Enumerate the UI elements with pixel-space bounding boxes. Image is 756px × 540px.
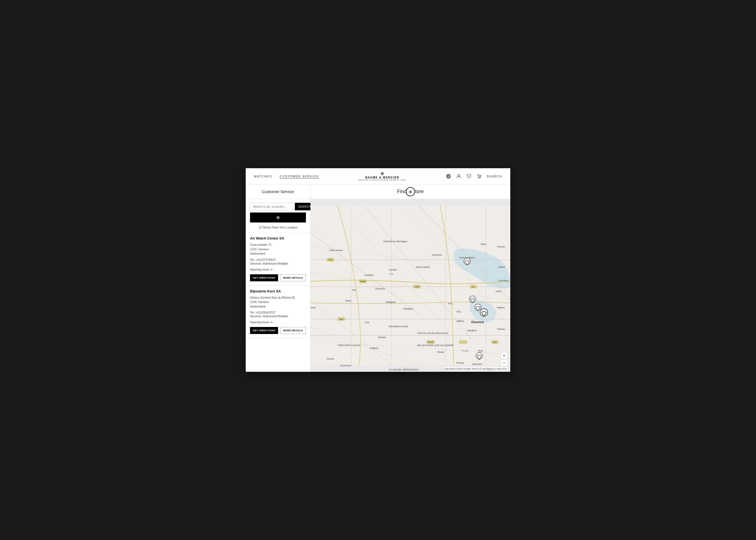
store-addr-line3-2: Switzerland <box>250 305 265 308</box>
store-addr-line3-1: Switzerland <box>250 252 265 255</box>
details-button-1[interactable]: MORE DETAILS <box>280 274 306 281</box>
search-input[interactable] <box>250 203 293 210</box>
svg-text:Poncin: Poncin <box>327 357 334 360</box>
store-name-2: Bijouterie Kurz SA <box>250 289 306 293</box>
svg-text:Nantua: Nantua <box>378 336 386 338</box>
logo-brand: BAUME & MERCIER <box>365 176 399 179</box>
heart-icon[interactable] <box>466 173 472 179</box>
directions-button-1[interactable]: GET DIRECTIONS <box>250 274 278 281</box>
top-bar: Customer Service Find a Store ⊕ <box>246 185 510 199</box>
svg-text:A40: A40 <box>415 286 419 288</box>
svg-text:Moirans-en-Montagne: Moirans-en-Montagne <box>383 240 407 243</box>
svg-text:A40: A40 <box>340 318 343 320</box>
map-zoom-controls: + − <box>501 352 508 366</box>
main-nav: WATCHES CUSTOMER SERVICE ⊕ BAUME & MERCI… <box>246 168 510 185</box>
svg-text:Seyssel: Seyssel <box>438 371 446 372</box>
sidebar-title: Customer Service <box>262 189 294 194</box>
svg-text:Lect: Lect <box>389 272 394 275</box>
svg-text:Geneva: Geneva <box>471 320 484 324</box>
map-area: A40 D1084 A40 A1 A40 Saint-Amour Moirans… <box>311 199 510 372</box>
svg-text:Thoiry: Thoiry <box>462 349 469 352</box>
svg-text:Gra...: Gra... <box>456 310 462 313</box>
map-container: A40 D1084 A40 A1 A40 Saint-Amour Moirans… <box>311 199 510 372</box>
map-svg: A40 D1084 A40 A1 A40 Saint-Amour Moirans… <box>311 199 510 372</box>
nav-left: WATCHES CUSTOMER SERVICE <box>254 175 319 178</box>
svg-text:Arinthod: Arinthod <box>364 274 374 276</box>
nav-right: SEARCH <box>445 173 502 179</box>
search-row: SEARCH <box>250 203 306 210</box>
cart-icon[interactable] <box>476 173 482 179</box>
store-name-1: Air Watch Center SA <box>250 236 306 240</box>
nav-watches[interactable]: WATCHES <box>254 175 272 178</box>
store-addr-line1-1: Case postale 71 <box>250 243 272 246</box>
svg-text:Nyon: Nyon <box>481 243 486 245</box>
zoom-in-button[interactable]: + <box>501 352 508 359</box>
search-label[interactable]: SEARCH <box>486 175 502 178</box>
svg-text:CHÂTILLON-EN-MICHAILLE: CHÂTILLON-EN-MICHAILLE <box>417 332 449 335</box>
sidebar-header: Customer Service <box>246 185 311 199</box>
svg-point-6 <box>479 177 479 178</box>
store-hours-2[interactable]: Opening hours + <box>250 320 306 324</box>
svg-text:Montréal-la-Cluse: Montréal-la-Cluse <box>389 325 408 328</box>
svg-text:Bellignat: Bellignat <box>386 301 396 304</box>
bm-logo-pin: ⊕ <box>406 187 415 196</box>
svg-text:A41: A41 <box>493 341 497 343</box>
store-address-2: Globus Genève Rue du Rhône 50 1204, Gene… <box>250 295 306 309</box>
svg-text:Valleiry: Valleiry <box>456 320 464 323</box>
directions-button-2[interactable]: GET DIRECTIONS <box>250 327 278 334</box>
svg-text:Neydens: Neydens <box>467 329 477 332</box>
svg-text:LE GRAND-ABERGEMENT: LE GRAND-ABERGEMENT <box>389 368 419 371</box>
store-list: Air Watch Center SA Case postale 71 1215… <box>246 232 310 372</box>
svg-text:Sciez: Sciez <box>495 290 502 293</box>
user-icon[interactable] <box>456 173 462 179</box>
logo-symbol: ⊕ <box>380 171 384 176</box>
main-content: SEARCH ⊕ 12 Stores Near Your Location Ai… <box>246 199 510 372</box>
svg-text:Lamoura: Lamoura <box>432 253 442 256</box>
svg-text:Gland: Gland <box>498 266 505 268</box>
store-card-1: Air Watch Center SA Case postale 71 1215… <box>246 232 310 285</box>
stores-count: 12 Stores Near Your Location <box>250 225 306 229</box>
locate-icon: ⊕ <box>276 215 280 220</box>
store-addr-line1-2: Globus Genève Rue du Rhône 50 <box>250 296 295 299</box>
svg-text:Ceigres: Ceigres <box>370 347 379 349</box>
svg-text:Pont-d'Ain: Pont-d'Ain <box>340 364 351 367</box>
store-actions-1: GET DIRECTIONS MORE DETAILS <box>250 274 306 281</box>
svg-text:A40: A40 <box>329 259 332 261</box>
svg-text:Oyonnax: Oyonnax <box>375 287 385 290</box>
map-attribution: Map data ©2020 Google Terms of Use Repor… <box>443 367 508 371</box>
svg-text:Saint-Claude: Saint-Claude <box>416 266 430 268</box>
locate-button[interactable]: ⊕ <box>250 212 306 222</box>
store-actions-2: GET DIRECTIONS MORE DETAILS <box>250 327 306 334</box>
zoom-out-button[interactable]: − <box>501 359 508 366</box>
svg-text:Douvaine: Douvaine <box>498 279 508 282</box>
svg-text:Saint-Amour: Saint-Amour <box>329 249 343 252</box>
svg-text:D1016: D1016 <box>428 341 434 343</box>
svg-text:TREFFORT-CUISIAT: TREFFORT-CUISIAT <box>337 344 361 347</box>
svg-text:Fer...: Fer... <box>448 302 454 305</box>
svg-text:Cize: Cize <box>364 321 369 324</box>
nav-customer-service[interactable]: CUSTOMER SERVICE <box>280 175 319 178</box>
logo-subtitle: MAISON D'HORLOGERIE GENÈVE 1830 <box>358 179 406 181</box>
globe-icon[interactable] <box>445 173 451 179</box>
store-hours-toggle-1[interactable]: + <box>271 267 273 272</box>
store-hours-label-1: Opening hours <box>250 268 270 271</box>
svg-rect-8 <box>311 206 510 365</box>
store-services-2: Services: Authorized Retailer <box>250 315 306 318</box>
store-hours-toggle-2[interactable]: + <box>271 320 273 324</box>
brand-logo: ⊕ BAUME & MERCIER MAISON D'HORLOGERIE GE… <box>358 171 406 181</box>
svg-text:esse: esse <box>311 306 315 309</box>
store-services-1: Services: Authorized Retailer <box>250 262 306 265</box>
browser-window: WATCHES CUSTOMER SERVICE ⊕ BAUME & MERCI… <box>246 168 510 372</box>
details-button-2[interactable]: MORE DETAILS <box>280 327 306 334</box>
sidebar: SEARCH ⊕ 12 Stores Near Your Location Ai… <box>246 199 311 372</box>
svg-rect-96 <box>459 340 467 344</box>
svg-text:boz: boz <box>352 289 356 291</box>
svg-text:BELLEGARDE-SUR-VALSERINE: BELLEGARDE-SUR-VALSERINE <box>417 344 453 347</box>
store-addr-line2-1: 1215, Geneve <box>250 248 269 251</box>
search-area: SEARCH ⊕ 12 Stores Near Your Location <box>246 199 310 232</box>
svg-text:Motz: Motz <box>478 349 483 352</box>
svg-text:Thônes: Thônes <box>497 328 505 331</box>
svg-text:Bény: Bény <box>346 300 351 302</box>
svg-text:D1084: D1084 <box>360 281 366 282</box>
store-hours-1[interactable]: Opening hours + <box>250 267 306 272</box>
